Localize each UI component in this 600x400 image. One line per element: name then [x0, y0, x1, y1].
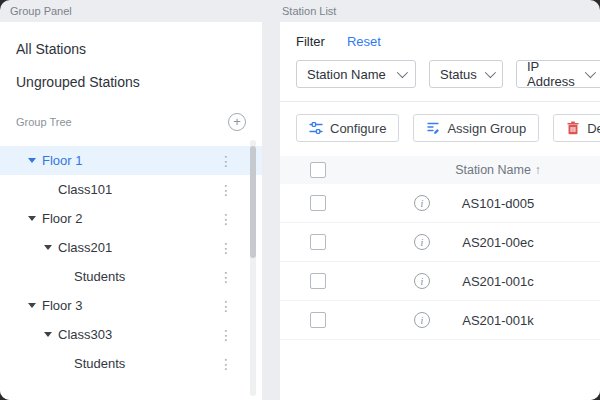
assign-group-button[interactable]: Assign Group — [413, 114, 539, 142]
tree-item-label: Floor 3 — [42, 298, 218, 313]
chevron-down-icon — [485, 67, 496, 78]
delete-button-label: Delete — [587, 121, 600, 136]
ungrouped-stations-item[interactable]: Ungrouped Stations — [0, 65, 262, 98]
info-icon[interactable]: i — [414, 234, 430, 250]
group-panel: All Stations Ungrouped Stations Group Tr… — [0, 22, 262, 400]
station-name-cell: AS201-00ec — [438, 235, 558, 250]
tree-item-label: Floor 1 — [42, 153, 218, 168]
expand-arrow-icon[interactable] — [28, 303, 42, 308]
tree-item-students[interactable]: Students ⋮ — [0, 349, 262, 378]
scrollbar-thumb[interactable] — [250, 146, 256, 258]
tree-item-label: Class201 — [58, 240, 218, 255]
action-buttons: Configure Assign Group — [280, 102, 600, 154]
row-checkbox[interactable] — [310, 312, 326, 328]
expand-arrow-icon[interactable] — [28, 158, 42, 163]
column-header-label: Station Name — [455, 163, 531, 177]
kebab-menu-icon[interactable]: ⋮ — [218, 357, 234, 371]
station-name-cell: AS201-001k — [438, 313, 558, 328]
row-checkbox[interactable] — [310, 273, 326, 289]
chevron-down-icon — [585, 67, 596, 78]
tree-item-students[interactable]: Students ⋮ — [0, 262, 262, 291]
app-window: Group Panel Station List All Stations Un… — [0, 0, 600, 400]
info-icon[interactable]: i — [414, 312, 430, 328]
filter-label: Filter — [296, 34, 325, 49]
table-header-row: Station Name ↑ — [280, 156, 600, 184]
kebab-menu-icon[interactable]: ⋮ — [218, 212, 234, 226]
filter-dropdowns: Station Name Status IP Address — [280, 60, 600, 88]
scrollbar[interactable] — [250, 140, 256, 396]
kebab-menu-icon[interactable]: ⋮ — [218, 328, 234, 342]
group-panel-title: Group Panel — [10, 5, 72, 17]
station-list-title: Station List — [282, 5, 336, 17]
expand-arrow-icon[interactable] — [28, 216, 42, 221]
chevron-down-icon — [397, 67, 408, 78]
group-tree: Floor 1 ⋮ Class101 ⋮ Floor 2 ⋮ Class201 … — [0, 146, 262, 378]
expand-arrow-icon[interactable] — [44, 245, 58, 250]
tree-item-class201[interactable]: Class201 ⋮ — [0, 233, 262, 262]
row-checkbox[interactable] — [310, 234, 326, 250]
group-tree-header: Group Tree + — [0, 108, 262, 136]
row-checkbox[interactable] — [310, 195, 326, 211]
info-icon[interactable]: i — [414, 195, 430, 211]
assign-group-icon — [426, 121, 440, 135]
expand-arrow-icon[interactable] — [44, 332, 58, 337]
table-row[interactable]: i AS201-001c — [280, 262, 600, 301]
select-all-checkbox[interactable] — [310, 162, 326, 178]
tree-item-class303[interactable]: Class303 ⋮ — [0, 320, 262, 349]
tree-item-floor-3[interactable]: Floor 3 ⋮ — [0, 291, 262, 320]
table-row[interactable]: i AS201-001k — [280, 301, 600, 340]
table-row[interactable]: i AS201-00ec — [280, 223, 600, 262]
reset-link[interactable]: Reset — [347, 34, 381, 49]
tree-item-label: Class303 — [58, 327, 218, 342]
tree-item-class101[interactable]: Class101 ⋮ — [0, 175, 262, 204]
table-row[interactable]: i AS101-d005 — [280, 184, 600, 223]
info-icon[interactable]: i — [414, 273, 430, 289]
sort-asc-icon[interactable]: ↑ — [535, 163, 541, 177]
dropdown-station-name[interactable]: Station Name — [296, 60, 416, 88]
all-stations-item[interactable]: All Stations — [0, 32, 262, 65]
dropdown-value: Station Name — [307, 67, 386, 82]
delete-button[interactable]: Delete — [553, 114, 600, 142]
filter-row: Filter Reset — [280, 22, 600, 60]
dropdown-status[interactable]: Status — [429, 60, 503, 88]
station-list-panel: Filter Reset Station Name Status IP Addr… — [280, 22, 600, 400]
dropdown-value: Status — [440, 67, 477, 82]
dropdown-value: IP Address — [527, 59, 577, 89]
kebab-menu-icon[interactable]: ⋮ — [218, 270, 234, 284]
trash-icon — [566, 121, 580, 135]
tree-item-label: Floor 2 — [42, 211, 218, 226]
station-name-cell: AS101-d005 — [438, 196, 558, 211]
kebab-menu-icon[interactable]: ⋮ — [218, 299, 234, 313]
kebab-menu-icon[interactable]: ⋮ — [218, 241, 234, 255]
group-tree-label: Group Tree — [16, 116, 72, 128]
assign-group-button-label: Assign Group — [447, 121, 526, 136]
kebab-menu-icon[interactable]: ⋮ — [218, 183, 234, 197]
kebab-menu-icon[interactable]: ⋮ — [218, 154, 234, 168]
configure-button-label: Configure — [330, 121, 386, 136]
tree-item-floor-1[interactable]: Floor 1 ⋮ — [0, 146, 262, 175]
add-group-button[interactable]: + — [228, 113, 246, 131]
dropdown-ip-address[interactable]: IP Address — [516, 60, 600, 88]
station-name-cell: AS201-001c — [438, 274, 558, 289]
configure-button[interactable]: Configure — [296, 114, 399, 142]
tree-item-label: Students — [74, 269, 218, 284]
tree-item-label: Class101 — [58, 182, 218, 197]
tree-item-floor-2[interactable]: Floor 2 ⋮ — [0, 204, 262, 233]
sliders-icon — [309, 121, 323, 135]
station-name-column-header[interactable]: Station Name ↑ — [438, 163, 558, 177]
tree-item-label: Students — [74, 356, 218, 371]
